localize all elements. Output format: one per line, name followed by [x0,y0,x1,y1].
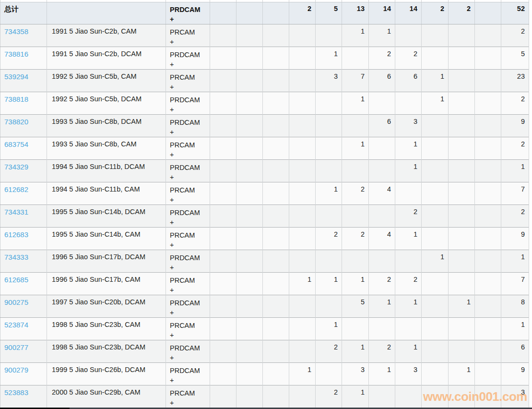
item-id-link[interactable]: 900277 [4,343,28,351]
count-cell [395,24,422,47]
table-row: 738820 1993 5 Jiao Sun-C8b, DCAM PRDCAM … [0,114,529,137]
count-cell [236,47,263,69]
item-grade-plus: + [170,195,206,204]
count-cell [449,137,475,159]
table-row: 734331 1995 5 Jiao Sun-C14b, DCAM PRDCAM… [0,204,529,227]
item-grade-plus: + [170,308,206,317]
count-cell: 5 [342,295,369,317]
count-cell [449,204,475,227]
count-cell [449,272,475,295]
count-cell [422,24,449,47]
count-cell: 2 [369,340,395,362]
count-cell [475,114,501,137]
count-cell [449,24,475,47]
table-row: 900279 1999 5 Jiao Sun-C26b, DCAM PRDCAM… [0,362,529,385]
count-cell [475,159,501,182]
item-grade-label: PRDCAM [170,343,206,353]
item-id-cell: 612682 [0,182,47,204]
item-id-cell: 738820 [0,114,47,137]
item-grade-label: PRCAM [170,72,206,82]
item-id-link[interactable]: 738820 [4,118,28,126]
item-id-link[interactable]: 900279 [4,366,28,374]
item-id-cell: 738818 [0,92,47,114]
count-cell [236,340,263,362]
count-cell [236,295,263,317]
item-id-link[interactable]: 738816 [4,50,28,58]
count-cell: 1 [342,137,369,159]
count-cell [263,204,289,227]
row-total-cell: 5 [501,47,529,69]
count-cell [475,47,501,69]
count-cell [210,92,236,114]
item-description: 1994 5 Jiao Sun-C11b, DCAM [47,159,166,182]
item-id-link[interactable]: 523883 [4,388,28,397]
count-cell [422,204,449,227]
item-id-link[interactable]: 612683 [4,230,28,239]
table-row: 734358 1991 5 Jiao Sun-C2b, CAM PRCAM + … [0,24,529,47]
item-description: 2000 5 Jiao Sun-C29b, CAM [47,385,166,408]
grade-header-label: PRDCAM [170,5,206,14]
count-cell [475,24,501,47]
count-cell [263,250,289,272]
item-grade-cell: PRCAM + [166,137,210,159]
count-cell [369,92,395,114]
table-row: 683754 1993 5 Jiao Sun-C8b, CAM PRCAM + … [0,137,529,159]
item-id-cell: 523883 [0,385,47,408]
item-id-link[interactable]: 734333 [4,253,28,261]
item-grade-plus: + [170,150,206,159]
count-header-cell [236,2,263,24]
item-grade-plus: + [170,375,206,385]
item-id-cell: 612685 [0,272,47,295]
item-description: 1992 5 Jiao Sun-C5b, DCAM [47,92,166,114]
count-cell [263,317,289,340]
item-id-link[interactable]: 612682 [4,185,28,193]
item-id-link[interactable]: 900275 [4,298,28,306]
count-cell [236,137,263,159]
count-cell: 1 [395,227,422,250]
count-cell [236,317,263,340]
count-cell [422,317,449,340]
item-id-cell: 900279 [0,362,47,385]
count-cell [210,272,236,295]
item-id-link[interactable]: 734358 [4,27,28,36]
count-cell: 1 [316,317,342,340]
item-id-link[interactable]: 523874 [4,321,28,329]
count-cell [210,340,236,362]
item-grade-cell: PRDCAM + [166,295,210,317]
item-grade-label: PRDCAM [170,366,206,375]
count-cell [236,204,263,227]
item-id-link[interactable]: 734331 [4,208,28,216]
item-id-link[interactable]: 612685 [4,276,28,284]
row-total-cell: 9 [501,362,529,385]
item-grade-cell: PRCAM + [166,385,210,408]
count-cell: 2 [369,47,395,69]
item-id-link[interactable]: 738818 [4,95,28,103]
count-cell [369,385,395,408]
count-cell: 2 [316,340,342,362]
item-grade-cell: PRCAM + [166,182,210,204]
count-cell [236,69,263,92]
item-description: 1993 5 Jiao Sun-C8b, CAM [47,137,166,159]
count-cell: 1 [342,385,369,408]
count-header-cell: 5 [316,2,342,24]
count-cell [449,159,475,182]
count-cell: 6 [369,69,395,92]
count-cell: 3 [316,69,342,92]
item-id-cell: 523874 [0,317,47,340]
item-id-link[interactable]: 734329 [4,163,28,171]
count-cell [369,159,395,182]
count-cell [236,24,263,47]
count-cell: 1 [395,159,422,182]
count-cell: 1 [395,137,422,159]
table-row: 523874 1998 5 Jiao Sun-C23b, CAM PRCAM +… [0,317,529,340]
count-cell [263,47,289,69]
item-id-cell: 734331 [0,204,47,227]
count-cell [236,114,263,137]
item-grade-cell: PRDCAM + [166,340,210,362]
count-cell [475,272,501,295]
count-cell [289,69,316,92]
item-id-link[interactable]: 539294 [4,72,28,81]
item-id-link[interactable]: 683754 [4,140,28,148]
count-cell [369,317,395,340]
totals-header-row: 总计 PRDCAM + 2 5 13 14 14 2 2 52 [0,2,529,24]
